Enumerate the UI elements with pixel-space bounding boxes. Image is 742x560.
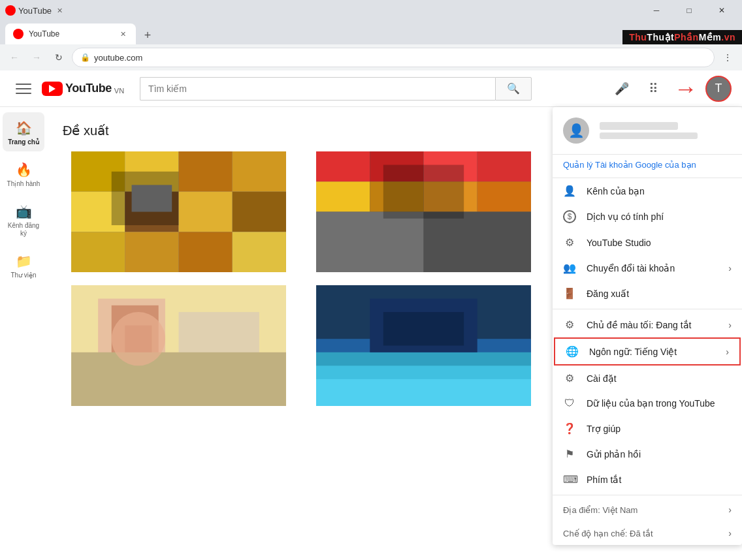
svg-rect-20: [316, 181, 370, 211]
video-thumb-4[interactable]: [308, 285, 540, 406]
thumb-img-3: [63, 285, 295, 406]
chevron-location-icon: ›: [728, 505, 732, 515]
data-icon: 🛡: [563, 397, 576, 409]
search-input[interactable]: [140, 77, 495, 101]
yt-logo[interactable]: YouTube VN: [42, 82, 124, 96]
svg-rect-25: [424, 212, 531, 273]
thumb-img-1: [63, 151, 295, 272]
sidebar-item-trending[interactable]: 🔥 Thịnh hành: [3, 154, 44, 193]
youtube-page: YouTube VN 🔍 🎤 ⠿ → T �: [0, 70, 742, 560]
chevron-restricted-icon: ›: [728, 528, 732, 538]
settings-icon: ⚙: [563, 372, 576, 384]
back-icon: ←: [10, 52, 19, 63]
red-arrow-icon: →: [674, 75, 698, 102]
sidebar-item-home[interactable]: 🏠 Trang chủ: [3, 112, 44, 151]
dropdown-item-data[interactable]: 🛡 Dữ liệu của bạn trong YouTube: [553, 391, 742, 416]
video-thumb-3[interactable]: [63, 285, 295, 406]
forward-button[interactable]: →: [27, 48, 46, 67]
home-icon: 🏠: [16, 120, 32, 136]
dropdown-item-location[interactable]: Địa điểm: Việt Nam ›: [553, 498, 742, 521]
tab-label: YouTube: [29, 29, 112, 39]
hamburger-line-3: [16, 93, 31, 94]
minimize-button[interactable]: ─: [641, 0, 671, 21]
logout-icon: 🚪: [563, 287, 576, 300]
sidebar-subscriptions-label: Kênh đăng ký: [5, 222, 42, 238]
library-icon: 📁: [16, 253, 32, 269]
yt-sidebar: 🏠 Trang chủ 🔥 Thịnh hành 📺 Kênh đăng ký …: [0, 107, 47, 560]
dropdown-item-restricted[interactable]: Chế độ hạn chế: Đã tắt ›: [553, 521, 742, 545]
tab-bar: YouTube ✕ +: [0, 21, 742, 44]
dropdown-item-language[interactable]: 🌐 Ngôn ngữ: Tiếng Việt › ↑: [554, 337, 741, 366]
dropdown-item-paid[interactable]: $ Dịch vụ có tính phí: [553, 204, 742, 230]
yt-logo-vn: VN: [114, 87, 124, 95]
language-icon: 🌐: [566, 345, 579, 358]
dropdown-header: 👤: [553, 107, 742, 155]
svg-rect-19: [477, 151, 531, 181]
tab-close-icon[interactable]: ✕: [118, 29, 128, 39]
url-text: youtube.com: [94, 53, 706, 63]
search-button[interactable]: 🔍: [495, 77, 532, 101]
dropdown-user-email: [600, 132, 698, 139]
dropdown-user-info: [600, 122, 732, 139]
back-button[interactable]: ←: [5, 48, 24, 67]
svg-point-34: [112, 312, 165, 366]
dropdown-item-settings[interactable]: ⚙ Cài đặt: [553, 366, 742, 391]
subscriptions-icon: 📺: [16, 204, 32, 219]
dropdown-darkmode-label: Chủ đề màu tối: Đang tắt: [587, 320, 718, 330]
svg-rect-14: [132, 185, 172, 211]
video-thumb-1[interactable]: [63, 151, 295, 272]
new-tab-button[interactable]: +: [138, 26, 157, 44]
mic-button[interactable]: 🎤: [609, 76, 635, 102]
dropdown-manage-google[interactable]: Quản lý Tài khoản Google của bạn: [553, 155, 742, 178]
dropdown-item-darkmode[interactable]: ⚙ Chủ đề màu tối: Đang tắt ›: [553, 312, 742, 337]
dropdown-item-feedback[interactable]: ⚑ Gửi phản hồi: [553, 441, 742, 467]
hamburger-button[interactable]: [10, 76, 37, 102]
svg-rect-12: [233, 232, 286, 272]
svg-rect-11: [179, 232, 233, 272]
extension-area: ⋮: [718, 48, 737, 67]
sidebar-trending-label: Thịnh hành: [7, 180, 40, 188]
refresh-button[interactable]: ↻: [50, 48, 68, 67]
dropdown-shortcut-label: Phím tắt: [587, 474, 732, 485]
svg-rect-39: [316, 379, 531, 406]
hamburger-line-1: [16, 84, 31, 85]
dropdown-item-switch[interactable]: 👥 Chuyển đổi tài khoản ›: [553, 255, 742, 281]
close-button[interactable]: ✕: [707, 0, 737, 21]
svg-rect-3: [179, 151, 233, 192]
maximize-button[interactable]: □: [674, 0, 704, 21]
svg-rect-10: [125, 232, 178, 272]
help-icon: ❓: [563, 422, 576, 435]
dropdown-item-shortcut[interactable]: ⌨ Phím tắt: [553, 467, 742, 492]
dropdown-item-help[interactable]: ❓ Trợ giúp: [553, 416, 742, 441]
tab-title: YouTube: [18, 6, 52, 16]
feedback-icon: ⚑: [563, 448, 576, 460]
dropdown-switch-label: Chuyển đổi tài khoản: [587, 263, 718, 273]
thumb-img-4: [308, 285, 540, 406]
extensions-button[interactable]: ⋮: [718, 48, 737, 67]
dropdown-item-studio[interactable]: ⚙ YouTube Studio: [553, 230, 742, 255]
svg-rect-23: [477, 181, 531, 211]
browser-tab[interactable]: YouTube ✕: [5, 23, 136, 44]
apps-icon: ⠿: [649, 81, 658, 97]
dropdown-item-logout[interactable]: 🚪 Đăng xuất: [553, 281, 742, 306]
user-avatar[interactable]: T: [705, 76, 732, 102]
address-bar[interactable]: 🔒 youtube.com: [72, 48, 715, 67]
apps-button[interactable]: ⠿: [640, 76, 666, 102]
sidebar-item-library[interactable]: 📁 Thư viện: [3, 245, 44, 285]
chevron-dark-icon: ›: [728, 320, 732, 330]
dropdown-item-channel[interactable]: 👤 Kênh của bạn: [553, 178, 742, 204]
hamburger-line-2: [16, 88, 31, 89]
dropdown-settings-label: Cài đặt: [587, 373, 732, 384]
dropdown-divider-2: [553, 495, 742, 495]
mic-icon: 🎤: [615, 82, 629, 96]
svg-rect-16: [316, 151, 370, 181]
trending-icon: 🔥: [16, 162, 32, 178]
sidebar-item-subscriptions[interactable]: 📺 Kênh đăng ký: [3, 196, 44, 243]
svg-rect-41: [383, 312, 464, 345]
dropdown-help-label: Trợ giúp: [587, 424, 732, 434]
switch-icon: 👥: [563, 262, 576, 274]
tab-close-btn[interactable]: ✕: [54, 5, 65, 16]
sidebar-library-label: Thư viện: [10, 272, 36, 279]
avatar-letter: T: [715, 82, 722, 95]
video-thumb-2[interactable]: [308, 151, 540, 272]
